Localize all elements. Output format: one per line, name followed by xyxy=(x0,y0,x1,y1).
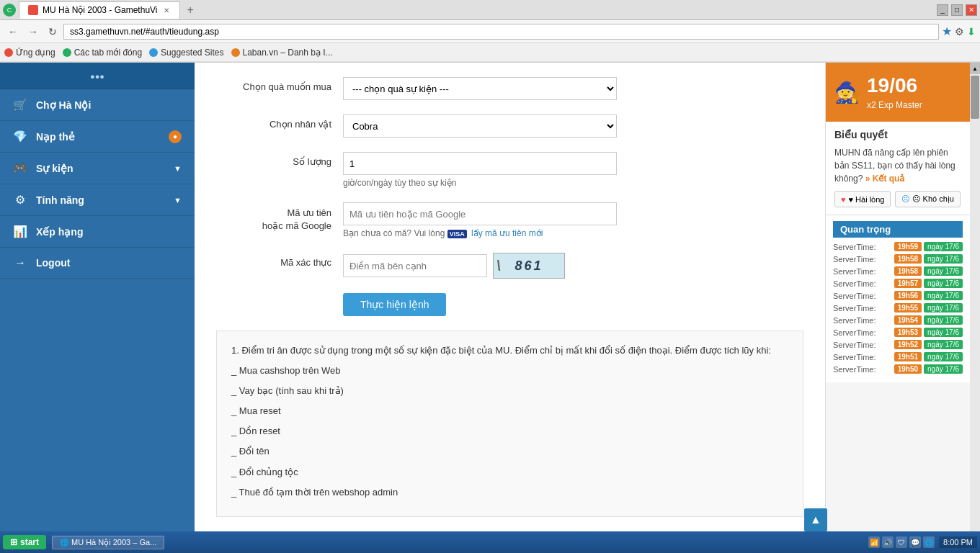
forward-button[interactable]: → xyxy=(24,24,42,39)
bieukyet-text: MUHN đã nâng cấp lên phiên bản SS11, bạn… xyxy=(834,146,961,185)
visa-badge-icon: VISA xyxy=(447,230,467,238)
server-time-label: ServerTime: xyxy=(833,316,876,325)
info-line-7: _ Thuê đồ tạm thời trên webshop admin xyxy=(231,485,788,500)
sidebar-item-xep-hang[interactable]: 📊 Xếp hạng xyxy=(0,216,195,248)
bookmarks-bar: Ứng dụng Các tab mới đóng Suggested Site… xyxy=(0,43,980,62)
info-line-6: _ Đổi chủng tộc xyxy=(231,464,788,480)
chat-tray-icon: 💬 xyxy=(909,536,921,548)
ma-google-label-text: hoặc mã Google xyxy=(262,220,331,231)
maximize-button[interactable]: □ xyxy=(951,4,963,16)
server-time-badge: 19h52 xyxy=(894,340,922,349)
captcha-text: 861 xyxy=(514,258,543,274)
server-time-label: ServerTime: xyxy=(833,292,876,300)
apps-icon xyxy=(4,48,13,57)
server-time-badge: 19h58 xyxy=(894,266,922,276)
system-tray-icons: 📶 🔊 🛡 💬 🌐 xyxy=(868,536,935,548)
minimize-button[interactable]: _ xyxy=(937,4,948,16)
ma-uu-tien-input[interactable] xyxy=(343,202,617,225)
server-time-badge: 19h53 xyxy=(894,328,922,337)
ma-xac-thuc-wrap: 861 xyxy=(343,253,803,279)
bookmark-laban[interactable]: Laban.vn – Danh bạ I... xyxy=(231,48,333,58)
scroll-to-top-button[interactable]: ▲ xyxy=(804,508,827,531)
right-panel: 🧙 19/06 x2 Exp Master Biểu quyết MUHN đã… xyxy=(826,63,970,553)
info-line-1: _ Mua cashshop trên Web xyxy=(231,363,788,379)
server-time-badge: 19h55 xyxy=(894,303,922,313)
bieukyet-result-link[interactable]: » Kết quả xyxy=(865,174,905,184)
taskbar-browser-item[interactable]: 🌐 MU Hà Nội 2003 – Ga... xyxy=(52,536,164,549)
title-bar: C MU Hà Nội 2003 - GamethuVi ✕ + _ □ ✕ xyxy=(0,0,980,20)
tab-close-button[interactable]: ✕ xyxy=(162,6,171,14)
vote-kho-chiu-button[interactable]: ☹ ☹ Khó chịu xyxy=(895,191,960,207)
start-label: start xyxy=(20,537,39,547)
close-button[interactable]: ✕ xyxy=(966,4,977,16)
form-row-chon-qua: Chọn quà muốn mua --- chọn quà sự kiện -… xyxy=(216,77,803,100)
scroll-track xyxy=(970,74,980,542)
form-row-ma-uu-tien: Mã ưu tiên hoặc mã Google Bạn chưa có mã… xyxy=(216,202,803,238)
submit-button[interactable]: Thực hiện lệnh xyxy=(343,293,446,316)
server-time-row: ServerTime: 19h59 ngày 17/6 xyxy=(833,242,963,251)
server-time-row: ServerTime: 19h53 ngày 17/6 xyxy=(833,328,963,337)
bookmark-suggested[interactable]: Suggested Sites xyxy=(149,48,223,58)
ma-uu-tien-wrap: Bạn chưa có mã? Vui lòng VISA lấy mã ưu … xyxy=(343,202,803,238)
server-time-label: ServerTime: xyxy=(833,267,876,276)
sidebar-nap-the-label: Nạp thẻ xyxy=(36,131,160,143)
chon-nhan-vat-select[interactable]: Cobra xyxy=(343,114,617,138)
new-tab-button[interactable]: + xyxy=(183,4,198,17)
so-luong-label: Số lượng xyxy=(216,152,331,167)
server-time-row: ServerTime: 19h56 ngày 17/6 xyxy=(833,291,963,300)
download-icon: ⬇ xyxy=(967,26,976,37)
server-date-badge: ngày 17/6 xyxy=(924,254,963,264)
nav-bar: ← → ↻ ★ ⚙ ⬇ xyxy=(0,20,980,43)
quantrong-title: Quan trọng xyxy=(833,221,963,238)
server-time-row: ServerTime: 19h58 ngày 17/6 xyxy=(833,254,963,264)
sidebar-item-tinh-nang[interactable]: ⚙ Tính năng ▼ xyxy=(0,184,195,216)
bookmark-laban-label: Laban.vn – Danh bạ I... xyxy=(243,48,333,58)
sidebar-item-su-kien[interactable]: 🎮 Sự kiện ▼ xyxy=(0,153,195,184)
server-time-badge: 19h50 xyxy=(894,364,922,374)
page-scrollbar[interactable]: ▲ ▼ xyxy=(970,63,980,553)
scroll-thumb[interactable] xyxy=(971,76,979,119)
info-line-0: 1. Điểm tri ân được sử dụng trong một số… xyxy=(231,343,788,359)
sidebar-item-cho-ha-noi[interactable]: 🛒 Chợ Hà Nội xyxy=(0,89,195,121)
chon-nhan-vat-wrap: Cobra xyxy=(343,114,803,138)
server-date-badge: ngày 17/6 xyxy=(924,364,963,374)
windows-icon: ⊞ xyxy=(10,537,17,547)
bookmark-apps[interactable]: Ứng dụng xyxy=(4,48,55,58)
back-button[interactable]: ← xyxy=(4,24,22,39)
sidebar-logo: ●●● xyxy=(0,63,195,89)
chevron-down-icon-2: ▼ xyxy=(174,196,182,204)
heart-icon: ♥ xyxy=(841,195,846,204)
event-character-icon: 🧙 xyxy=(834,81,860,104)
lay-ma-link[interactable]: lấy mã ưu tiên mới xyxy=(471,228,543,238)
sidebar-logout-label: Logout xyxy=(36,257,182,269)
ma-xac-thuc-label: Mã xác thực xyxy=(216,253,331,268)
bookmark-suggested-label: Suggested Sites xyxy=(161,48,223,58)
so-luong-input[interactable] xyxy=(343,152,617,175)
taskbar-browser-favicon: 🌐 xyxy=(60,539,68,547)
sidebar-item-nap-the[interactable]: 💎 Nạp thẻ ● xyxy=(0,121,195,153)
server-time-badge: 19h58 xyxy=(894,254,922,264)
title-bar-left: C MU Hà Nội 2003 - GamethuVi ✕ + xyxy=(3,1,198,19)
window-controls: _ □ ✕ xyxy=(937,4,977,16)
sidebar-su-kien-label: Sự kiện xyxy=(36,163,165,174)
server-time-badge: 19h57 xyxy=(894,279,922,288)
vote-hai-long-button[interactable]: ♥ ♥ Hài lòng xyxy=(834,191,891,207)
bieukyet-section: Biểu quyết MUHN đã nâng cấp lên phiên bả… xyxy=(826,122,970,215)
server-time-label: ServerTime: xyxy=(833,255,876,264)
bookmark-star-icon: ★ xyxy=(942,24,952,38)
chon-nhan-vat-label: Chọn nhân vật xyxy=(216,114,331,130)
chon-qua-select[interactable]: --- chọn quà sự kiện --- xyxy=(343,77,617,100)
chevron-down-icon: ▼ xyxy=(174,164,182,173)
scroll-up-arrow[interactable]: ▲ xyxy=(970,63,980,74)
bieukyet-title: Biểu quyết xyxy=(834,129,961,140)
address-bar-input[interactable] xyxy=(63,24,939,40)
bookmark-recent-tabs[interactable]: Các tab mới đóng xyxy=(63,48,142,58)
chon-qua-label: Chọn quà muốn mua xyxy=(216,77,331,92)
captcha-input[interactable] xyxy=(343,254,487,277)
server-time-label: ServerTime: xyxy=(833,243,876,251)
browser-tab[interactable]: MU Hà Nội 2003 - GamethuVi ✕ xyxy=(19,1,180,19)
sidebar-item-logout[interactable]: → Logout xyxy=(0,248,195,279)
feature-icon: ⚙ xyxy=(13,193,27,207)
start-button[interactable]: ⊞ start xyxy=(3,535,46,549)
refresh-button[interactable]: ↻ xyxy=(45,24,61,39)
